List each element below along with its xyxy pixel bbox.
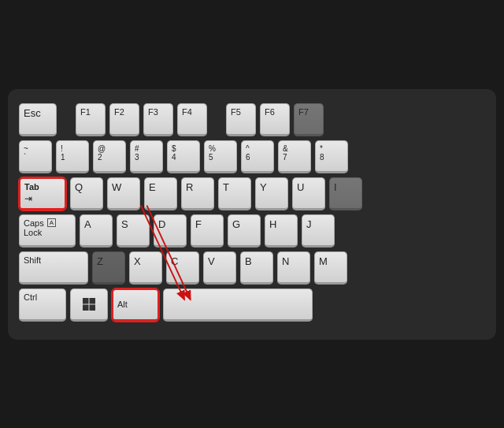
- key-x[interactable]: X: [129, 251, 162, 285]
- key-e[interactable]: E: [144, 177, 177, 210]
- key-space[interactable]: [163, 288, 313, 322]
- svg-rect-2: [83, 305, 89, 311]
- key-f4[interactable]: F4: [177, 103, 207, 136]
- key-q[interactable]: Q: [70, 177, 103, 210]
- function-row: Esc F1 F2 F3 F4 F5 F6 F7: [19, 103, 485, 136]
- key-esc[interactable]: Esc: [19, 103, 57, 136]
- bottom-row: Ctrl Alt: [19, 288, 485, 322]
- svg-rect-1: [90, 298, 96, 304]
- key-s[interactable]: S: [117, 214, 150, 247]
- key-c[interactable]: C: [166, 251, 199, 285]
- key-f3[interactable]: F3: [143, 103, 173, 136]
- key-w[interactable]: W: [107, 177, 140, 210]
- key-a[interactable]: A: [80, 214, 113, 247]
- key-h[interactable]: H: [265, 214, 298, 247]
- key-8[interactable]: * 8: [315, 140, 348, 173]
- key-j[interactable]: J: [302, 214, 335, 247]
- key-v[interactable]: V: [203, 251, 236, 285]
- key-i[interactable]: I: [329, 177, 362, 210]
- key-7[interactable]: & 7: [278, 140, 311, 173]
- key-f1[interactable]: F1: [76, 103, 106, 136]
- key-m[interactable]: M: [314, 251, 347, 285]
- qwerty-row: Tab ⇥ Q W E R T Y U I: [19, 177, 485, 210]
- key-win[interactable]: [70, 288, 108, 322]
- zxcv-row: Shift Z X C V B N M: [19, 251, 485, 285]
- key-tilde[interactable]: ~ `: [19, 140, 52, 173]
- key-3[interactable]: # 3: [130, 140, 163, 173]
- key-6[interactable]: ^ 6: [241, 140, 274, 173]
- key-2[interactable]: @ 2: [93, 140, 126, 173]
- key-g[interactable]: G: [228, 214, 261, 247]
- key-alt[interactable]: Alt: [112, 288, 159, 322]
- key-tab[interactable]: Tab ⇥: [19, 177, 66, 210]
- keyboard: Esc F1 F2 F3 F4 F5 F6 F7 ~ ` !: [8, 89, 496, 340]
- windows-icon: [82, 297, 96, 311]
- asdf-row: Caps A Lock A S D F G H J: [19, 214, 485, 247]
- key-1[interactable]: ! 1: [56, 140, 89, 173]
- svg-rect-3: [90, 305, 96, 311]
- key-r[interactable]: R: [181, 177, 214, 210]
- key-u[interactable]: U: [292, 177, 325, 210]
- key-z[interactable]: Z: [92, 251, 125, 285]
- key-f6[interactable]: F6: [260, 103, 290, 136]
- svg-rect-0: [83, 298, 89, 304]
- key-f2[interactable]: F2: [109, 103, 139, 136]
- key-f7[interactable]: F7: [294, 103, 324, 136]
- key-t[interactable]: T: [218, 177, 251, 210]
- key-caps-lock[interactable]: Caps A Lock: [19, 214, 76, 247]
- key-shift-left[interactable]: Shift: [19, 251, 88, 285]
- key-n[interactable]: N: [277, 251, 310, 285]
- key-ctrl[interactable]: Ctrl: [19, 288, 66, 322]
- number-row: ~ ` ! 1 @ 2 # 3 $ 4 % 5 ^ 6 & 7: [19, 140, 485, 173]
- key-b[interactable]: B: [240, 251, 273, 285]
- key-f5[interactable]: F5: [226, 103, 256, 136]
- key-d[interactable]: D: [154, 214, 187, 247]
- key-f[interactable]: F: [191, 214, 224, 247]
- key-y[interactable]: Y: [255, 177, 288, 210]
- key-5[interactable]: % 5: [204, 140, 237, 173]
- key-4[interactable]: $ 4: [167, 140, 200, 173]
